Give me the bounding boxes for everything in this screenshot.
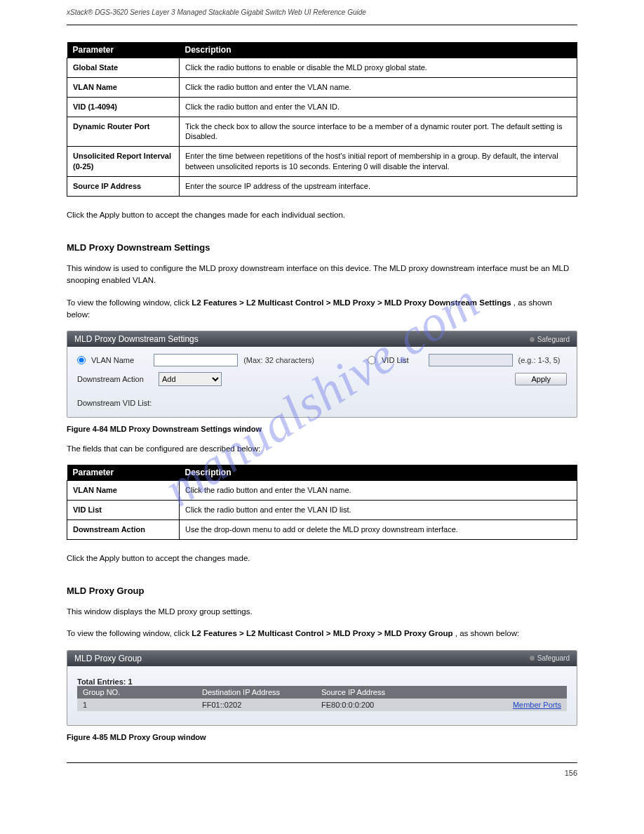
figure-caption-1: Figure 4-84 MLD Proxy Downstream Setting… [67,425,577,433]
downstream-settings-panel: MLD Proxy Downstream Settings Safeguard … [67,331,577,418]
cell-dest-ip: FF01::0202 [196,699,316,711]
parameter-table-1: Parameter Description Global StateClick … [67,42,577,197]
footer-rule [67,762,577,763]
section-heading-downstream: MLD Proxy Downstream Settings [67,242,577,253]
col-dest-ip: Destination IP Address [196,686,316,699]
col-group-no: Group NO. [77,686,196,699]
doc-header: xStack® DGS-3620 Series Layer 3 Managed … [67,8,577,16]
safeguard-dot-icon [530,656,535,661]
section-desc-proxy-group: This window displays the MLD proxy group… [67,606,577,618]
t1-h2: Description [180,42,577,58]
vid-list-radio[interactable] [368,356,376,364]
table-row: Unsolicited Report Interval (0-25)Enter … [67,147,577,177]
table-row: Downstream ActionUse the drop-down menu … [67,519,577,539]
col-empty [470,686,567,699]
apply-note-1: Click the Apply button to accept the cha… [67,209,577,221]
cell-group-no: 1 [77,699,196,711]
vlan-name-hint: (Max: 32 characters) [243,356,314,364]
apply-note-2: Click the Apply button to accept the cha… [67,552,577,564]
apply-button[interactable]: Apply [515,373,567,385]
section-desc-downstream: This window is used to configure the MLD… [67,263,577,287]
table-row: VID ListClick the radio button and enter… [67,501,577,520]
figure-caption-2: Figure 4-85 MLD Proxy Group window [67,733,577,741]
nav-path-bold-2: L2 Features > L2 Multicast Control > MLD… [192,629,452,637]
panel-title-2: MLD Proxy Group [74,654,142,663]
table-row: VLAN NameClick the radio button and ente… [67,77,577,97]
col-src-ip: Source IP Address [316,686,470,699]
proxy-group-panel: MLD Proxy Group Safeguard Total Entries:… [67,650,577,726]
panel-title: MLD Proxy Downstream Settings [74,334,199,344]
vid-list-input[interactable] [429,354,513,366]
vid-list-label: VID List [382,356,409,364]
vlan-name-input[interactable] [154,354,238,366]
downstream-action-label: Downstream Action [77,375,153,383]
table-row: VID (1-4094)Click the radio button and e… [67,97,577,117]
table2-intro: The fields that can be configured are de… [67,443,577,455]
safeguard-badge-2: Safeguard [530,654,570,662]
vlan-name-label: VLAN Name [91,356,134,364]
section-heading-proxy-group: MLD Proxy Group [67,585,577,596]
cell-src-ip: FE80:0:0:0:200 [316,699,470,711]
header-rule [67,25,577,25]
downstream-action-select[interactable]: Add [159,372,222,386]
table-row: Source IP AddressEnter the source IP add… [67,176,577,196]
view-path-downstream: To view the following window, click L2 F… [67,297,577,322]
vlan-name-radio[interactable] [77,356,86,364]
t1-h1: Parameter [67,42,180,58]
table-row: VLAN NameClick the radio button and ente… [67,481,577,501]
page-number: 156 [565,769,577,777]
table-row: Global StateClick the radio buttons to e… [67,58,577,78]
t2-h1: Parameter [67,465,180,481]
safeguard-badge: Safeguard [530,336,570,343]
member-ports-link[interactable]: Member Ports [513,701,561,709]
vid-list-hint: (e.g.: 1-3, 5) [518,356,561,364]
total-entries-label: Total Entries: 1 [77,677,567,686]
proxy-group-table: Group NO. Destination IP Address Source … [77,686,567,711]
view-path-proxy-group: To view the following window, click L2 F… [67,628,577,640]
t2-h2: Description [180,465,577,481]
safeguard-dot-icon [530,337,535,342]
nav-path-bold: L2 Features > L2 Multicast Control > MLD… [192,298,511,307]
table-row: Dynamic Router PortTick the check box to… [67,117,577,147]
page-footer: 156 [67,769,577,777]
table-row: 1 FF01::0202 FE80:0:0:0:200 Member Ports [77,699,567,711]
downstream-vid-list-label: Downstream VID List: [77,399,567,407]
parameter-table-2: Parameter Description VLAN NameClick the… [67,465,577,540]
